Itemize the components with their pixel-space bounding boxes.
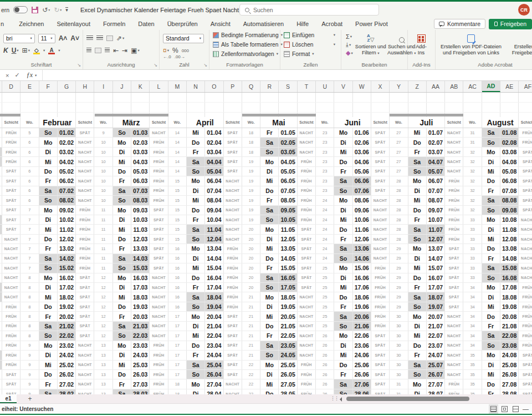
day-cell[interactable]: Fr bbox=[39, 176, 58, 185]
shift-cell[interactable]: SPÄT bbox=[150, 225, 168, 234]
date-cell[interactable]: 21.06 bbox=[353, 322, 371, 331]
shift-cell[interactable]: NACHT bbox=[224, 225, 242, 234]
date-cell[interactable]: 23.03 bbox=[131, 341, 150, 350]
shift-cell[interactable]: NACHT bbox=[298, 322, 316, 331]
day-cell[interactable]: Do bbox=[39, 370, 58, 379]
shift-cell[interactable]: FRÜH bbox=[2, 157, 21, 166]
day-cell[interactable]: Di bbox=[482, 292, 500, 301]
date-cell[interactable]: 07.05 bbox=[279, 186, 297, 195]
day-cell[interactable]: Sa bbox=[187, 157, 205, 166]
week-cell[interactable]: 22 bbox=[242, 361, 260, 369]
scroll-left-icon[interactable] bbox=[340, 397, 342, 402]
day-cell[interactable]: Mo bbox=[187, 176, 205, 185]
date-cell[interactable]: 27.04 bbox=[205, 379, 223, 388]
thousands-icon[interactable]: 000 bbox=[182, 48, 189, 53]
shift-cell[interactable]: NACHT bbox=[150, 283, 168, 292]
week-cell[interactable]: 20 bbox=[242, 244, 260, 253]
date-cell[interactable]: 13.04 bbox=[205, 244, 223, 253]
week-cell[interactable]: 35 bbox=[463, 370, 482, 379]
week-cell[interactable]: 29 bbox=[390, 244, 408, 253]
date-cell[interactable]: 22.04 bbox=[205, 331, 223, 340]
day-cell[interactable]: Sa bbox=[260, 206, 279, 215]
week-cell[interactable]: 33 bbox=[463, 235, 482, 243]
week-cell[interactable]: 23 bbox=[316, 167, 334, 176]
week-cell[interactable]: 28 bbox=[390, 215, 408, 224]
date-cell[interactable]: 12.02 bbox=[58, 235, 76, 243]
shift-cell[interactable]: FRÜH bbox=[150, 148, 168, 156]
week-cell[interactable]: 28 bbox=[390, 186, 408, 195]
date-cell[interactable]: 20.06 bbox=[353, 312, 371, 321]
shift-cell[interactable]: SPÄT bbox=[519, 379, 532, 388]
date-cell[interactable]: 24.08 bbox=[500, 351, 519, 359]
date-cell[interactable]: 14.04 bbox=[205, 254, 223, 263]
column-header-Y[interactable]: Y bbox=[390, 81, 408, 92]
shift-cell[interactable]: NACHT bbox=[224, 379, 242, 388]
day-cell[interactable]: Sa bbox=[408, 361, 427, 369]
shift-cell[interactable]: SPÄT bbox=[519, 176, 532, 185]
day-cell[interactable]: Mi bbox=[39, 157, 58, 166]
month-header-juli[interactable]: Juli bbox=[408, 117, 446, 128]
dialog-launcher-icon[interactable]: ↘ bbox=[154, 63, 157, 68]
day-cell[interactable]: Do bbox=[334, 292, 352, 301]
shift-cell[interactable]: NACHT bbox=[76, 196, 94, 205]
week-cell[interactable]: 16 bbox=[168, 292, 187, 301]
day-cell[interactable]: Sa bbox=[260, 341, 279, 350]
week-cell[interactable]: 23 bbox=[316, 157, 334, 166]
week-cell[interactable]: 25 bbox=[316, 312, 334, 321]
decrease-indent-icon[interactable]: ⇤ bbox=[113, 47, 119, 54]
shift-cell[interactable]: NACHT bbox=[371, 206, 390, 215]
week-cell[interactable]: 16 bbox=[168, 263, 187, 272]
date-cell[interactable]: 19.02 bbox=[58, 302, 76, 311]
shift-cell[interactable]: NACHT bbox=[150, 292, 168, 301]
column-header-K[interactable]: K bbox=[131, 81, 150, 92]
week-cell[interactable]: 16 bbox=[168, 302, 187, 311]
week-cell[interactable]: 14 bbox=[168, 128, 187, 137]
shift-cell[interactable]: NACHT bbox=[2, 235, 21, 243]
date-cell[interactable]: 08.04 bbox=[205, 196, 223, 205]
day-cell[interactable]: Mi bbox=[334, 351, 352, 359]
week-cell[interactable]: 33 bbox=[463, 263, 482, 272]
week-cell[interactable]: 33 bbox=[463, 225, 482, 234]
week-cell[interactable]: 20 bbox=[242, 235, 260, 243]
shift-cell[interactable]: NACHT bbox=[371, 225, 390, 234]
date-cell[interactable]: 28.02 bbox=[58, 389, 76, 394]
shift-cell[interactable]: SPÄT bbox=[224, 370, 242, 379]
cell[interactable] bbox=[21, 113, 39, 117]
cell[interactable] bbox=[150, 93, 168, 102]
shift-cell[interactable]: SPÄT bbox=[445, 263, 463, 272]
cell[interactable] bbox=[2, 93, 21, 102]
shift-cell[interactable]: FRÜH bbox=[371, 283, 390, 292]
month-header-april[interactable]: April bbox=[187, 117, 224, 128]
shift-cell[interactable]: FRÜH bbox=[519, 128, 532, 137]
italic-button[interactable]: K bbox=[3, 47, 8, 54]
day-cell[interactable]: Mo bbox=[334, 263, 352, 272]
day-cell[interactable]: Mo bbox=[113, 273, 131, 282]
date-cell[interactable]: 26.05 bbox=[279, 370, 297, 379]
date-cell[interactable]: 06.02 bbox=[58, 176, 76, 185]
shift-cell[interactable]: SPÄT bbox=[519, 157, 532, 166]
shift-cell[interactable]: NACHT bbox=[298, 138, 316, 146]
day-cell[interactable]: Di bbox=[187, 186, 205, 195]
week-cell[interactable]: 14 bbox=[168, 167, 187, 176]
day-cell[interactable]: Sa bbox=[260, 138, 279, 146]
date-cell[interactable]: 02.03 bbox=[131, 138, 150, 146]
date-cell[interactable]: 01.03 bbox=[131, 128, 150, 137]
date-cell[interactable]: 06.03 bbox=[131, 176, 150, 185]
page-layout-view-icon[interactable] bbox=[502, 406, 508, 412]
shift-cell[interactable]: FRÜH bbox=[2, 331, 21, 340]
shift-cell[interactable]: FRÜH bbox=[519, 302, 532, 311]
redo-button[interactable]: ↻▾ bbox=[54, 6, 62, 14]
day-cell[interactable]: Di bbox=[39, 283, 58, 292]
date-cell[interactable]: 21.07 bbox=[427, 322, 445, 331]
shift-cell[interactable]: NACHT bbox=[2, 263, 21, 272]
date-cell[interactable]: 26.08 bbox=[500, 370, 519, 379]
shift-cell[interactable]: NACHT bbox=[371, 196, 390, 205]
day-cell[interactable]: Fr bbox=[334, 302, 352, 311]
week-cell[interactable]: 7 bbox=[21, 206, 39, 215]
column-header-I[interactable]: I bbox=[94, 81, 112, 92]
cell[interactable] bbox=[371, 113, 390, 117]
week-cell[interactable]: 23 bbox=[316, 128, 334, 137]
day-cell[interactable]: Di bbox=[260, 302, 279, 311]
shift-cell[interactable]: SPÄT bbox=[519, 196, 532, 205]
date-cell[interactable]: 14.08 bbox=[500, 254, 519, 263]
